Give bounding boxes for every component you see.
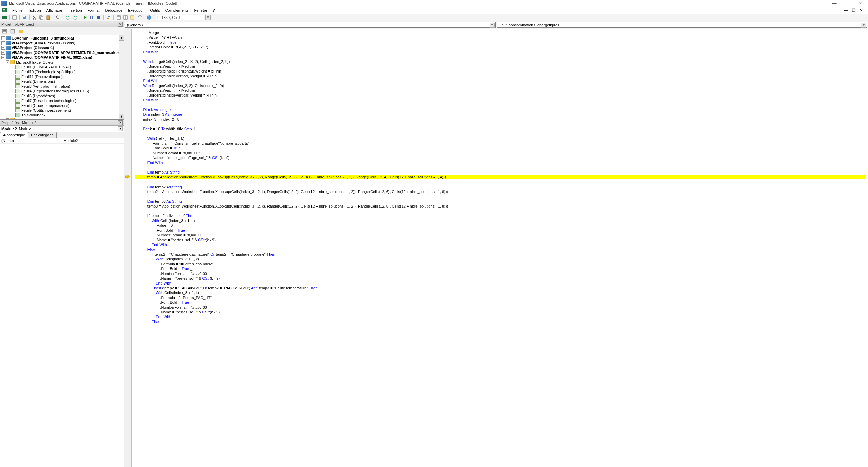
property-value[interactable]: Module2 xyxy=(62,138,124,143)
properties-tab-category[interactable]: Par catégorie xyxy=(28,132,56,138)
code-text[interactable]: .Merge .Value = "€ HTVA/an" .Font.Bold =… xyxy=(132,29,868,467)
tree-item[interactable]: +C3Admin_Functions_3 (mfunc.xla) xyxy=(0,36,124,41)
tree-item[interactable]: +VBAProject (Classeur1) xyxy=(0,45,124,50)
mdi-minimize-button[interactable]: — xyxy=(842,8,849,13)
menu-complments[interactable]: Compléments xyxy=(163,8,191,13)
mdi-restore-button[interactable]: ❐ xyxy=(850,8,857,13)
code-editor[interactable]: .Merge .Value = "€ HTVA/an" .Font.Bold =… xyxy=(124,29,868,467)
menu-fentre[interactable]: Fenêtre xyxy=(191,8,210,13)
tree-item[interactable]: +VBAProject (Alim Elec-230608.xlsx) xyxy=(0,41,124,45)
tree-item[interactable]: −Modules xyxy=(0,118,124,120)
design-mode-button[interactable] xyxy=(106,14,112,21)
 xyxy=(11,80,15,84)
expand-icon[interactable]: + xyxy=(1,46,5,50)
menu-fichier[interactable]: Fichier xyxy=(10,8,26,13)
close-button[interactable]: ✕ xyxy=(857,1,864,6)
find-button[interactable] xyxy=(55,14,61,21)
menu-dition[interactable]: Édition xyxy=(26,8,44,13)
property-row[interactable]: (Name)Module2 xyxy=(0,138,124,144)
view-code-button[interactable] xyxy=(1,28,8,34)
menu-outils[interactable]: Outils xyxy=(147,8,163,13)
scroll-down-icon[interactable]: ▼ xyxy=(119,114,124,119)
svg-line-13 xyxy=(59,18,60,20)
tree-item[interactable]: Feuil2 (Dimensions) xyxy=(0,79,124,84)
code-gutter[interactable] xyxy=(124,29,131,467)
proj-icon xyxy=(6,51,11,55)
view-excel-button[interactable] xyxy=(1,14,8,21)
expand-icon[interactable]: + xyxy=(1,36,5,40)
properties-grid[interactable]: (Name)Module2 xyxy=(0,138,124,467)
chevron-down-icon[interactable]: ▼ xyxy=(490,23,495,28)
cut-button[interactable] xyxy=(31,14,37,21)
tree-label: Feuil1 (COMPARATIF FINAL) xyxy=(21,65,71,69)
menu-insertion[interactable]: Insertion xyxy=(65,8,85,13)
expand-icon[interactable]: + xyxy=(1,51,5,55)
menu-affichage[interactable]: Affichage xyxy=(44,8,65,13)
tree-item[interactable]: Feuil8 (Choix comparaisons) xyxy=(0,103,124,108)
copy-button[interactable] xyxy=(38,14,44,21)
tree-item[interactable]: +VBAProject (COMPARATIF APPARTEMENTS 2_m… xyxy=(0,50,124,55)
 xyxy=(11,104,15,108)
redo-button[interactable] xyxy=(72,14,78,21)
toolbox-button[interactable] xyxy=(136,14,142,21)
collapse-icon[interactable]: − xyxy=(1,56,5,59)
tree-item[interactable]: Feuil10 (Technologie spécifique) xyxy=(0,69,124,74)
project-explorer-button[interactable] xyxy=(116,14,122,21)
project-panel-close-button[interactable]: ✕ xyxy=(118,22,123,27)
expand-icon[interactable]: + xyxy=(1,41,5,45)
menu-dbogage[interactable]: Débogage xyxy=(102,8,125,13)
menu-[interactable]: ? xyxy=(210,8,217,13)
properties-tab-alphabetic[interactable]: Alphabétique xyxy=(0,132,28,138)
toggle-folders-button[interactable] xyxy=(18,28,24,34)
chevron-down-icon[interactable]: ▼ xyxy=(861,23,866,28)
object-dropdown[interactable]: (Général) ▼ xyxy=(125,22,496,28)
procedure-dropdown[interactable]: Coût_consommations_énergétiques ▼ xyxy=(497,22,868,28)
undo-button[interactable] xyxy=(65,14,71,21)
properties-object-dropdown-icon[interactable]: ▼ xyxy=(118,126,123,131)
object-browser-button[interactable] xyxy=(129,14,135,21)
scroll-up-icon[interactable]: ▲ xyxy=(119,35,124,41)
tree-item[interactable]: −Microsoft Excel Objets xyxy=(0,60,124,65)
tree-item[interactable]: Feuil9 (Coûts investissement) xyxy=(0,108,124,113)
sheet-icon xyxy=(15,89,20,93)
svg-rect-21 xyxy=(117,16,120,19)
tree-label: Feuil10 (Technologie spécifique) xyxy=(21,70,76,74)
reset-button[interactable] xyxy=(96,14,102,21)
menu-excution[interactable]: Exécution xyxy=(125,8,147,13)
collapse-icon[interactable]: − xyxy=(6,60,9,64)
properties-object-selector[interactable]: Module2 Module ▼ xyxy=(0,126,124,132)
tree-item[interactable]: Feuil7 (Description technologies) xyxy=(0,98,124,103)
properties-window-button[interactable] xyxy=(122,14,129,21)
object-dropdown-value: (Général) xyxy=(127,23,143,27)
tree-scrollbar[interactable]: ▲ ▼ xyxy=(119,35,124,119)
 xyxy=(11,70,15,74)
tree-label: Feuil7 (Description technologies) xyxy=(21,99,76,103)
 xyxy=(11,94,15,98)
project-tree[interactable]: +C3Admin_Functions_3 (mfunc.xla)+VBAProj… xyxy=(0,35,124,120)
tree-item[interactable]: Feuil6 (Hypothèses) xyxy=(0,93,124,98)
collapse-icon[interactable]: − xyxy=(6,118,9,120)
tree-label: Microsoft Excel Objets xyxy=(16,60,53,64)
svg-rect-25 xyxy=(131,16,134,19)
save-button[interactable] xyxy=(21,14,28,21)
menu-format[interactable]: Format xyxy=(85,8,102,13)
tree-item[interactable]: ThisWorkbook xyxy=(0,113,124,118)
run-button[interactable] xyxy=(82,14,88,21)
tree-item[interactable]: Feuil11 (Photovoltaïque) xyxy=(0,74,124,79)
mdi-close-button[interactable]: ✕ xyxy=(858,8,865,13)
properties-panel-close-button[interactable]: ✕ xyxy=(118,120,123,125)
tree-item[interactable]: Feuil3 (Ventilation-Infiltration) xyxy=(0,84,124,89)
tree-item[interactable]: −VBAProject (COMPARATIF FINAL (002).xlsm… xyxy=(0,55,124,60)
tree-label: Feuil4 (Déperditions thermiques et ECS) xyxy=(21,89,89,93)
break-button[interactable] xyxy=(89,14,95,21)
 xyxy=(11,89,15,93)
paste-button[interactable] xyxy=(45,14,51,21)
tree-item[interactable]: Feuil1 (COMPARATIF FINAL) xyxy=(0,65,124,69)
view-object-button[interactable] xyxy=(10,28,16,34)
insert-button[interactable] xyxy=(11,14,18,21)
maximize-button[interactable]: ▢ xyxy=(844,1,851,6)
help-button[interactable]: ? xyxy=(146,14,152,21)
minimize-button[interactable]: — xyxy=(831,1,838,6)
location-dropdown[interactable]: ▼ xyxy=(205,15,211,20)
tree-item[interactable]: Feuil4 (Déperditions thermiques et ECS) xyxy=(0,89,124,93)
